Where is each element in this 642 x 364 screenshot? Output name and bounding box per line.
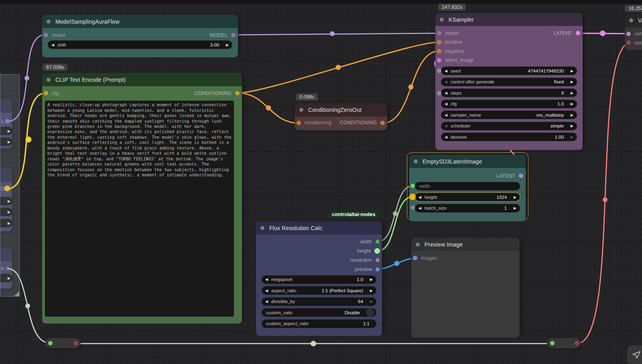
increment-arrow-icon[interactable]: ▶ <box>571 80 573 84</box>
increment-arrow-icon[interactable]: ▶ <box>571 102 573 106</box>
output-port-model[interactable] <box>231 33 236 37</box>
increment-arrow-icon[interactable]: ▶ <box>226 43 229 47</box>
input-port-latent-image[interactable] <box>437 58 441 63</box>
reroute-input-port[interactable] <box>550 341 555 346</box>
collapse-dot[interactable] <box>47 78 51 82</box>
node-empty-sd3-latent[interactable]: EmptySD3LatentImage LATENT width ◀ heigh… <box>409 155 526 218</box>
node-header[interactable]: VAE Decode <box>625 14 642 27</box>
collapse-dot[interactable] <box>440 18 444 22</box>
decrement-arrow-icon[interactable]: ◀ <box>265 289 268 293</box>
decrement-arrow-icon[interactable]: ◀ <box>445 113 447 117</box>
input-port-conditioning[interactable] <box>297 121 301 125</box>
decrement-arrow-icon[interactable]: ◀ <box>445 80 447 84</box>
collapse-dot[interactable] <box>629 18 633 22</box>
decrement-arrow-icon[interactable]: ◀ <box>445 69 447 73</box>
widget-width[interactable]: width <box>415 182 520 190</box>
decrement-arrow-icon[interactable]: ◀ <box>265 299 268 303</box>
widget-divisible-by[interactable]: ◀ divisible_by 64 ▶ <box>262 297 376 306</box>
increment-arrow-icon[interactable]: ▶ <box>514 195 516 199</box>
widget-input-height[interactable] <box>409 194 416 200</box>
widget-custom-aspect-ratio[interactable]: custom_aspect_ratio 1:1 <box>262 320 376 328</box>
input-port-negative[interactable] <box>437 49 441 53</box>
node-header[interactable]: ModelSamplingAuraFlow <box>42 15 238 28</box>
node-flux-resolution-calc[interactable]: Flux Resolution Calc width height resolu… <box>256 221 382 333</box>
decrement-arrow-icon[interactable]: ◀ <box>419 195 421 199</box>
increment-arrow-icon[interactable]: ▶ <box>571 135 573 139</box>
node-clip-text-encode[interactable]: CLIP Text Encode (Prompt) clip CONDITION… <box>42 73 242 321</box>
widget-megapixel[interactable]: ◀ megapixel 1.0 ▶ <box>262 275 376 284</box>
reroute-input-port[interactable] <box>48 341 53 346</box>
increment-arrow-icon[interactable]: ▶ <box>571 113 573 117</box>
nodepack-badge: controlaltai-nodes <box>328 211 379 218</box>
reroute-output-port[interactable] <box>575 341 579 346</box>
decrement-arrow-icon[interactable]: ◀ <box>445 91 447 95</box>
widget-shift[interactable]: ◀ shift 3.00 ▶ <box>48 40 232 49</box>
output-port-latent[interactable] <box>519 174 523 178</box>
node-header[interactable]: KSampler <box>435 13 583 26</box>
increment-arrow-icon[interactable]: ▶ <box>571 69 573 73</box>
widget-sampler-name[interactable]: ◀ sampler_name res_multistep ▶ <box>441 111 577 119</box>
widget-control-after-generate[interactable]: ◀ control after generate fixed ▶ <box>441 78 577 86</box>
input-port-positive[interactable] <box>437 40 441 44</box>
output-port-latent[interactable] <box>576 31 580 35</box>
node-header[interactable]: Flux Resolution Calc <box>256 221 382 235</box>
node-conditioning-zero-out[interactable]: ConditioningZeroOut conditioning CONDITI… <box>295 103 387 129</box>
output-port-width[interactable] <box>376 240 380 244</box>
node-ksampler[interactable]: KSampler model LATENT positive negative … <box>435 13 583 147</box>
input-port-vae[interactable] <box>626 40 631 45</box>
node-header[interactable]: ConditioningZeroOut <box>295 103 387 117</box>
input-port-samples[interactable] <box>626 32 631 36</box>
input-port-images[interactable] <box>413 256 417 260</box>
widget-custom-ratio[interactable]: custom_ratio Disable <box>262 308 376 317</box>
toggle-off-icon[interactable] <box>366 309 374 316</box>
widget-seed[interactable]: ◀ seed 47447417949230 ▶ <box>441 67 577 75</box>
increment-arrow-icon[interactable]: ▶ <box>571 124 573 128</box>
widget-denoise[interactable]: ◀ denoise 1.00 ▶ <box>441 133 577 141</box>
widget-cfg[interactable]: ◀ cfg 1.0 ▶ <box>441 100 577 108</box>
output-port-conditioning[interactable] <box>380 121 385 125</box>
decrement-arrow-icon[interactable]: ◀ <box>445 102 447 106</box>
input-port-clip[interactable] <box>44 91 48 95</box>
decrement-arrow-icon[interactable]: ◀ <box>445 135 447 139</box>
widget-batch-size[interactable]: ◀ batch_size 1 ▶ <box>415 204 520 212</box>
canvas-pointer-tool-button[interactable] <box>627 346 642 364</box>
output-port-preview[interactable] <box>376 267 380 271</box>
node-header[interactable]: CLIP Text Encode (Prompt) <box>42 73 242 86</box>
output-port-resolution[interactable] <box>376 258 380 262</box>
increment-arrow-icon[interactable]: ▶ <box>514 206 516 210</box>
widget-aspect-ratio[interactable]: ◀ aspect_ratio 1:1 (Perfect Square) ▶ <box>262 286 376 295</box>
increment-arrow-icon[interactable]: ▶ <box>370 299 373 303</box>
reroute-node[interactable] <box>547 338 581 348</box>
node-preview-image[interactable]: Preview Image images <box>411 238 520 335</box>
decrement-arrow-icon[interactable]: ◀ <box>419 206 421 210</box>
widget-input-steps[interactable] <box>437 91 441 95</box>
node-header[interactable]: EmptySD3LatentImage <box>409 155 526 168</box>
collapse-dot[interactable] <box>47 20 51 24</box>
output-port-height[interactable] <box>374 248 380 254</box>
collapse-dot[interactable] <box>414 160 418 164</box>
increment-arrow-icon[interactable]: ▶ <box>571 91 573 95</box>
widget-height[interactable]: ◀ height 1024 ▶ <box>415 193 520 201</box>
input-port-model[interactable] <box>437 31 441 35</box>
reroute-node[interactable] <box>45 338 80 348</box>
output-port-conditioning[interactable] <box>235 91 240 95</box>
prompt-textarea[interactable]: A realistic, close-up photograph capture… <box>45 101 234 317</box>
reroute-output-port[interactable] <box>74 341 78 346</box>
decrement-arrow-icon[interactable]: ◀ <box>51 43 54 47</box>
increment-arrow-icon[interactable]: ▶ <box>370 289 373 293</box>
input-port-model[interactable] <box>44 33 48 37</box>
node-modelsampling-auraflow[interactable]: ModelSamplingAuraFlow model MODEL ◀ shif… <box>42 15 238 55</box>
widget-input-width[interactable] <box>410 184 415 188</box>
collapse-dot[interactable] <box>260 226 264 230</box>
decrement-arrow-icon[interactable]: ◀ <box>265 277 268 281</box>
node-header[interactable]: Preview Image <box>411 238 520 251</box>
decrement-arrow-icon[interactable]: ◀ <box>445 124 447 128</box>
widget-input-batch[interactable] <box>411 206 415 210</box>
widget-steps[interactable]: ◀ steps 9 ▶ <box>441 89 577 97</box>
collapse-dot[interactable] <box>416 243 420 247</box>
increment-arrow-icon[interactable]: ▶ <box>370 277 373 281</box>
widget-input-seed[interactable] <box>437 69 441 73</box>
node-vae-decode[interactable]: VAE Decode samples vae <box>625 14 642 48</box>
widget-scheduler[interactable]: ◀ scheduler simple ▶ <box>441 122 577 130</box>
collapse-dot[interactable] <box>299 108 303 112</box>
